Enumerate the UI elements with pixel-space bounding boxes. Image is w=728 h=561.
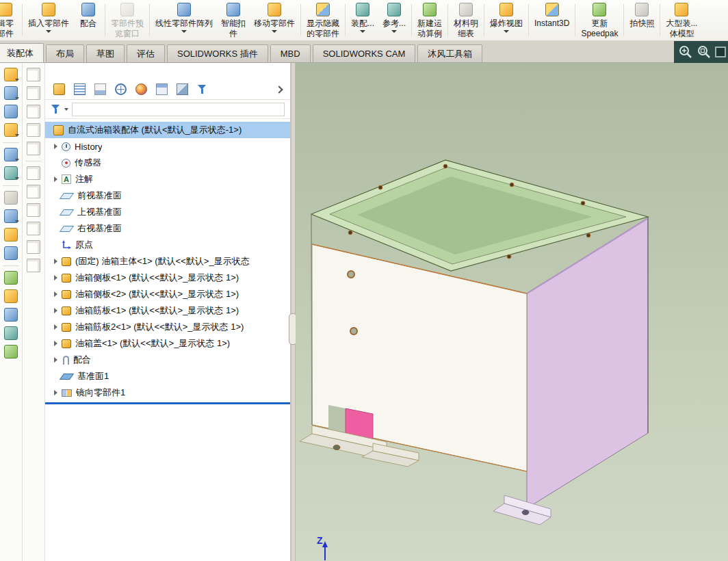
tab-overflow-chevron-icon[interactable] — [275, 86, 283, 93]
tab-layout[interactable]: 布局 — [46, 44, 84, 62]
side-toolbar-icon[interactable] — [4, 86, 18, 100]
expand-arrow-icon[interactable] — [51, 357, 60, 363]
side-toolbar-icon[interactable] — [4, 123, 18, 137]
sheet-icon[interactable] — [27, 185, 40, 198]
toolbar-button-bill-of-materials[interactable]: 材料明 细表 — [450, 0, 482, 40]
toolbar-button-reference-geometry[interactable]: 参考... — [378, 0, 410, 40]
side-toolbar-icon[interactable] — [4, 105, 18, 118]
displaymanager-tab-icon[interactable] — [135, 83, 147, 95]
tree-item-tank-body[interactable]: (固定) 油箱主体<1> (默认<<默认>_显示状态 — [45, 253, 290, 270]
sheet-icon[interactable] — [27, 240, 40, 254]
side-toolbar-icon[interactable] — [4, 68, 18, 81]
expand-arrow-icon[interactable] — [51, 324, 60, 330]
side-toolbar-icon[interactable] — [4, 326, 18, 340]
sheet-icon[interactable] — [27, 68, 40, 81]
expand-arrow-icon[interactable] — [51, 341, 60, 346]
tree-item-tank-cover[interactable]: 油箱盖<1> (默认<<默认>_显示状态 1>) — [45, 335, 290, 352]
tab-solidworks-cam[interactable]: SOLIDWORKS CAM — [313, 44, 416, 62]
cam-feature-tree-tab-icon[interactable] — [156, 83, 168, 95]
propertymanager-tab-icon[interactable] — [74, 83, 86, 95]
tab-assembly[interactable]: 装配体 — [0, 43, 44, 62]
toolbar-button-exploded-view[interactable]: 爆炸视图 — [486, 0, 527, 40]
sheet-icon[interactable] — [27, 203, 40, 217]
toolbar-button-insert-component[interactable]: 插入零部件 — [24, 0, 73, 40]
tab-evaluate[interactable]: 评估 — [127, 44, 165, 62]
dropdown-arrow-icon[interactable] — [46, 30, 51, 33]
filter-dropdown-arrow-icon[interactable] — [64, 108, 68, 111]
toolbar-button-instant3d[interactable]: Instant3D — [530, 0, 573, 40]
toolbar-button-move-component[interactable]: 移动零部件 — [250, 0, 299, 40]
zoom-to-fit-magnifier-icon[interactable] — [678, 44, 693, 60]
sheet-icon[interactable] — [27, 86, 40, 100]
dropdown-arrow-icon[interactable] — [360, 30, 365, 33]
rollback-bar[interactable] — [45, 402, 290, 404]
side-toolbar-icon[interactable] — [4, 228, 18, 242]
toolbar-button-take-snapshot[interactable]: 拍快照 — [625, 0, 658, 40]
sheet-icon[interactable] — [27, 142, 40, 155]
tree-filter-input[interactable] — [72, 103, 285, 116]
tree-item-front-plane[interactable]: 前视基准面 — [45, 187, 290, 204]
dropdown-arrow-icon[interactable] — [391, 30, 397, 33]
tree-item-top-plane[interactable]: 上视基准面 — [45, 204, 290, 220]
side-toolbar-icon[interactable] — [4, 191, 18, 205]
tree-item-right-plane[interactable]: 右视基准面 — [45, 220, 290, 237]
side-toolbar-icon[interactable] — [4, 289, 18, 303]
panel-splitter[interactable] — [291, 63, 296, 561]
model-canvas[interactable]: Z — [296, 63, 728, 561]
sheet-icon[interactable] — [27, 123, 40, 137]
expand-arrow-icon[interactable] — [51, 144, 60, 149]
view-cube-icon[interactable] — [715, 47, 726, 57]
expand-arrow-icon[interactable] — [51, 275, 60, 280]
toolbar-button-show-hidden-components[interactable]: 显示隐藏 的零部件 — [302, 0, 343, 40]
dimxpertmanager-tab-icon[interactable] — [115, 83, 127, 95]
filter-tab-icon[interactable] — [197, 84, 207, 94]
tree-item-mirror-component[interactable]: 镜向零部件1 — [45, 384, 290, 401]
side-toolbar-icon[interactable] — [4, 209, 18, 223]
tree-item-side-plate-1[interactable]: 油箱侧板<1> (默认<<默认>_显示状态 1>) — [45, 270, 290, 286]
dropdown-arrow-icon[interactable] — [272, 30, 277, 33]
tree-item-origin[interactable]: 原点 — [45, 237, 290, 253]
tree-item-sensors[interactable]: 传感器 — [45, 155, 290, 171]
expand-arrow-icon[interactable] — [51, 259, 60, 264]
tab-mufeng-toolbox[interactable]: 沐风工具箱 — [417, 44, 482, 62]
tree-item-plane1[interactable]: 基准面1 — [45, 368, 290, 384]
expand-arrow-icon[interactable] — [51, 291, 60, 297]
tree-item-annotations[interactable]: A 注解 — [45, 171, 290, 187]
side-toolbar-icon[interactable] — [4, 246, 18, 260]
expand-arrow-icon[interactable] — [51, 177, 60, 182]
zoom-to-area-magnifier-icon[interactable] — [697, 44, 712, 60]
toolbar-button-mate[interactable]: 配合 — [73, 0, 103, 40]
tree-item-side-plate-2[interactable]: 油箱侧板<2> (默认<<默认>_显示状态 1>) — [45, 286, 290, 302]
side-toolbar-icon[interactable] — [4, 166, 18, 180]
tree-item-assembly-root[interactable]: 自流式油箱装配体 (默认<默认_显示状态-1>) — [45, 122, 290, 138]
sheet-icon[interactable] — [27, 259, 40, 272]
toolbar-button-smart-fasteners[interactable]: 智能扣 件 — [217, 0, 250, 40]
side-toolbar-icon[interactable] — [4, 148, 18, 161]
toolbar-button-assembly-features[interactable]: 装配... — [347, 0, 378, 40]
side-toolbar-icon[interactable] — [4, 308, 18, 322]
featuremanager-tab-icon[interactable] — [53, 83, 65, 95]
tree-item-rib-plate-2[interactable]: 油箱筋板2<1> (默认<<默认>_显示状态 1>) — [45, 319, 290, 335]
toolbar-button-linear-component-pattern[interactable]: 线性零部件阵列 — [151, 0, 217, 40]
tab-solidworks-addins[interactable]: SOLIDWORKS 插件 — [167, 44, 268, 62]
expand-arrow-icon[interactable] — [51, 308, 60, 313]
cam-operation-tree-tab-icon[interactable] — [177, 83, 188, 95]
tree-item-rib-plate-1[interactable]: 油箱筋板<1> (默认<<默认>_显示状态 1>) — [45, 302, 290, 319]
tab-sketch[interactable]: 草图 — [86, 44, 125, 62]
tank-side-panel-face[interactable] — [527, 218, 648, 508]
expand-arrow-icon[interactable] — [51, 390, 60, 395]
tree-item-mates[interactable]: 配合 — [45, 352, 290, 368]
toolbar-button-new-motion-study[interactable]: 新建运 动算例 — [413, 0, 446, 40]
dropdown-arrow-icon[interactable] — [181, 30, 187, 33]
tree-item-history[interactable]: History — [45, 138, 290, 155]
toolbar-button-large-assembly-mode[interactable]: 大型装... 体模型 — [662, 0, 701, 40]
filter-funnel-icon[interactable] — [51, 104, 61, 114]
configurationmanager-tab-icon[interactable] — [94, 83, 106, 95]
toolbar-button-edit-component[interactable]: 辑零 部件 — [0, 0, 21, 40]
toolbar-button-component-preview-window[interactable]: 零部件预 览窗口 — [107, 0, 148, 40]
toolbar-button-update-speedpak[interactable]: 更新 Speedpak — [577, 0, 622, 40]
tab-mbd[interactable]: MBD — [270, 44, 311, 62]
side-toolbar-icon[interactable] — [4, 345, 18, 358]
sheet-icon[interactable] — [27, 222, 40, 235]
graphics-viewport[interactable]: Z — [296, 63, 728, 561]
